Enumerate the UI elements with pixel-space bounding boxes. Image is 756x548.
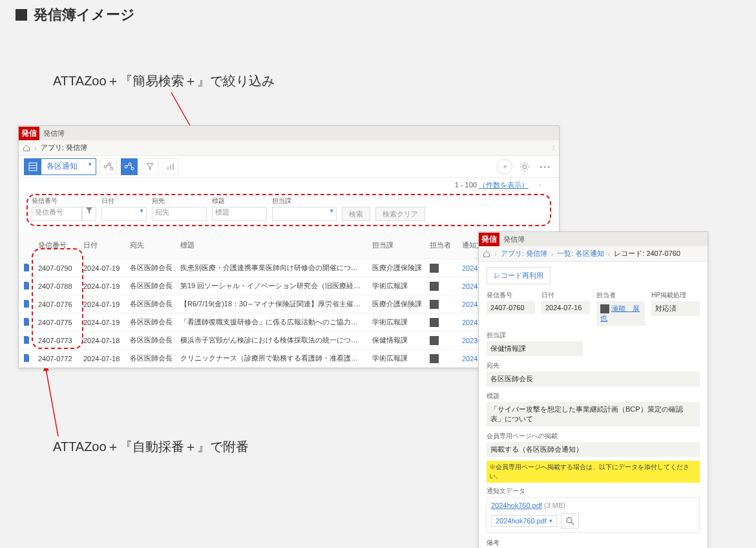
cell-date: 2024-07-19: [79, 295, 126, 313]
search-button[interactable]: 検索: [342, 207, 370, 221]
value-date: 2024-07-16: [541, 301, 590, 314]
pager-next-icon[interactable]: ›: [530, 181, 550, 189]
svg-rect-13: [173, 163, 174, 170]
user-icon: [430, 318, 439, 327]
cell-no: 2407-0788: [34, 277, 79, 295]
cell-date: 2024-07-18: [79, 350, 126, 368]
label-title: 標題: [487, 392, 700, 401]
attachment-link[interactable]: 2024hok760.pdf: [491, 501, 542, 509]
value-owner: 瀬能 展也: [596, 301, 645, 326]
cell-owner: [426, 295, 458, 313]
record-file-icon[interactable]: [19, 332, 34, 350]
col-no[interactable]: 発信番号: [34, 231, 79, 259]
gear-icon-button[interactable]: [516, 158, 533, 175]
list-titlebar: 発信 発信簿: [19, 126, 559, 140]
crumb-view[interactable]: 一覧: 各区通知: [557, 249, 604, 258]
chevron-down-icon: ▾: [89, 161, 92, 167]
label-publish: 会員専用ページへの掲載: [487, 432, 700, 441]
cell-to: 各区医師会長: [126, 332, 176, 350]
record-file-icon[interactable]: [19, 259, 34, 277]
filter-input-no[interactable]: 発信番号: [32, 207, 82, 221]
record-file-icon[interactable]: [19, 313, 34, 332]
record-file-icon[interactable]: [19, 277, 34, 295]
title-bullet-icon: [16, 9, 27, 21]
processes-icon-button[interactable]: [100, 158, 117, 175]
value-no: 2407-0760: [487, 301, 535, 314]
search-clear-button[interactable]: 検索クリア: [375, 207, 425, 221]
cell-date: 2024-07-19: [79, 313, 126, 332]
filter-label-title: 標題: [212, 196, 267, 206]
label-data: 通知文データ: [487, 487, 700, 496]
pager-show-count[interactable]: （件数を表示）: [479, 181, 529, 189]
callout-autonumber: ATTAZoo＋『自動採番＋』で附番: [53, 438, 249, 456]
file-size: (3 MB): [544, 501, 565, 509]
label-no: 発信番号: [487, 291, 535, 300]
home-icon[interactable]: [23, 144, 30, 152]
attachment-chip[interactable]: 2024hok760.pdf▾: [491, 515, 557, 527]
filter-input-to[interactable]: 宛先: [152, 207, 207, 221]
home-icon[interactable]: [483, 250, 490, 258]
chart-icon-button[interactable]: [162, 158, 179, 175]
cell-dept: 医療介護保険課: [368, 295, 426, 313]
user-icon: [430, 264, 439, 273]
cell-no: 2407-0775: [34, 313, 79, 332]
filter-icon-button[interactable]: [142, 158, 158, 175]
table-view-icon: [25, 159, 41, 174]
filter-input-title[interactable]: 標題: [212, 207, 267, 221]
preview-icon-button[interactable]: [561, 513, 579, 529]
toolbar-kebab-icon[interactable]: ⁝: [552, 143, 555, 152]
cell-to: 各区医師会長: [126, 295, 176, 313]
col-title[interactable]: 標題: [176, 231, 368, 259]
user-icon: [600, 304, 609, 313]
col-dept[interactable]: 担当課: [368, 231, 426, 259]
processes-icon-button-active[interactable]: [121, 158, 138, 175]
chevron-down-icon: ▾: [549, 518, 552, 524]
view-select[interactable]: 各区通知▾: [24, 158, 96, 175]
cell-to: 各区医師会長: [126, 350, 176, 368]
value-title: 「サイバー攻撃を想定した事業継続計画（BCP）策定の確認表」について: [487, 402, 700, 427]
detail-window: 発信 発信簿 › アプリ: 発信簿 › 一覧: 各区通知 › レコード: 240…: [478, 231, 708, 548]
more-icon[interactable]: •••: [537, 163, 554, 171]
breadcrumb: › アプリ: 発信簿 › 一覧: 各区通知 › レコード: 2407-0760: [479, 246, 708, 262]
cell-title: 第19 回ソーシャル・イノベーション研究会（旧医療経営・政策研究会）の開催…: [176, 277, 368, 295]
cell-title: 横浜市子宮頸がん検診における検体採取法の統一について（ご依頼）: [176, 332, 368, 350]
cell-date: 2024-07-19: [79, 277, 126, 295]
svg-point-14: [523, 165, 527, 169]
cell-dept: 学術広報課: [368, 350, 426, 368]
user-icon: [430, 336, 439, 345]
record-file-icon[interactable]: [19, 295, 34, 313]
col-to[interactable]: 宛先: [126, 231, 176, 259]
label-to: 宛先: [487, 361, 700, 370]
filter-input-dept[interactable]: ▾: [272, 207, 337, 221]
cell-dept: 学術広報課: [368, 277, 426, 295]
breadcrumb: › アプリ: 発信簿 ⁝: [19, 140, 559, 156]
breadcrumb-app[interactable]: アプリ: 発信簿: [41, 143, 87, 153]
svg-line-16: [571, 522, 574, 525]
cell-title: クリニックナース（診療所で勤務する看護師・准看護師）研修会の開催について: [176, 350, 368, 368]
col-owner[interactable]: 担当者: [426, 231, 458, 259]
chevron-right-icon: ›: [494, 250, 497, 258]
list-toolbar: 各区通知▾ ＋ •••: [19, 156, 559, 178]
chevron-right-icon: ›: [551, 250, 554, 258]
filter-funnel-icon[interactable]: [82, 207, 96, 221]
view-name: 各区通知: [47, 162, 78, 171]
pager: 1 - 100 （件数を表示） ›: [19, 178, 559, 194]
cell-owner: [426, 313, 458, 332]
add-record-button[interactable]: ＋: [497, 159, 512, 174]
chevron-right-icon: ›: [608, 250, 611, 258]
col-date[interactable]: 日付: [79, 231, 126, 259]
svg-rect-12: [170, 165, 171, 170]
cell-no: 2407-0776: [34, 295, 79, 313]
cell-no: 2407-0772: [34, 350, 79, 368]
svg-rect-11: [167, 167, 169, 170]
crumb-record: レコード: 2407-0760: [614, 249, 680, 258]
crumb-app[interactable]: アプリ: 発信簿: [501, 249, 547, 258]
chevron-right-icon: ›: [34, 144, 37, 152]
cell-title: 疾患別医療・介護連携事業医師向け研修会の開催について: [176, 259, 368, 277]
cell-owner: [426, 350, 458, 368]
reuse-record-button[interactable]: レコード再利用: [487, 267, 551, 284]
cell-title: 【R6/7/19(金)18：30～マイナ保険証関連】厚労省主催：徹底解決！マイナ…: [176, 295, 368, 313]
value-to: 各区医師会長: [487, 372, 700, 386]
record-file-icon[interactable]: [19, 350, 34, 368]
filter-input-date[interactable]: ▾: [101, 207, 147, 221]
